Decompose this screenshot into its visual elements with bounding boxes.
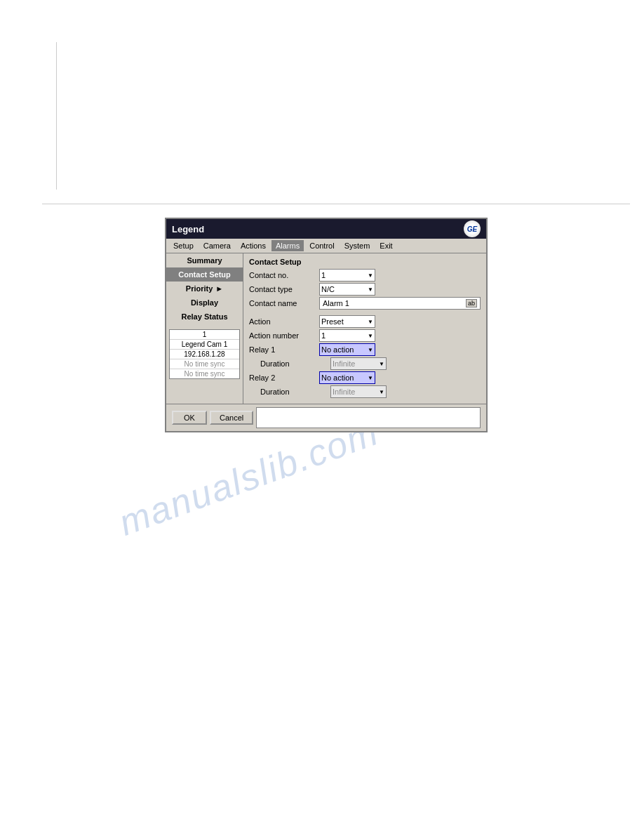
title-bar: Legend GE	[166, 219, 486, 239]
select-relay2[interactable]: No action ▼	[319, 371, 375, 384]
camera-sync1: No time sync	[170, 359, 239, 369]
menu-alarms[interactable]: Alarms	[271, 240, 304, 251]
control-contact-no: 1 ▼	[319, 269, 481, 282]
select-contact-no[interactable]: 1 ▼	[319, 269, 375, 282]
sidebar-item-priority-label: Priority	[186, 284, 213, 293]
sidebar-item-relay-status[interactable]: Relay Status	[166, 310, 243, 324]
menu-exit[interactable]: Exit	[375, 240, 396, 251]
select-relay2-arrow: ▼	[368, 375, 373, 381]
sidebar: Summary Contact Setup Priority ► Display…	[166, 253, 243, 404]
label-contact-name: Contact name	[249, 299, 319, 307]
form-row-contact-type: Contact type N/C ▼	[249, 283, 481, 296]
label-action: Action	[249, 317, 319, 326]
select-contact-type-arrow: ▼	[368, 286, 373, 293]
select-relay2-duration-value: Infinite	[333, 388, 377, 396]
select-action-number-value: 1	[321, 331, 366, 340]
main-panel: Contact Setup Contact no. 1 ▼ Contact ty…	[243, 253, 486, 404]
select-action-value: Preset	[321, 317, 366, 326]
menu-bar: Setup Camera Actions Alarms Control Syst…	[166, 239, 486, 253]
form-row-action-number: Action number 1 ▼	[249, 329, 481, 342]
select-relay2-duration-arrow: ▼	[379, 389, 384, 395]
sidebar-item-priority[interactable]: Priority ►	[166, 282, 243, 296]
select-relay1-duration-value: Infinite	[333, 359, 377, 368]
input-contact-name[interactable]: Alarm 1 ab	[319, 297, 481, 310]
button-right-area	[256, 407, 481, 428]
form-row-relay2: Relay 2 No action ▼	[249, 371, 481, 384]
form-row-contact-no: Contact no. 1 ▼	[249, 269, 481, 282]
select-contact-type-value: N/C	[321, 285, 366, 293]
select-action-arrow: ▼	[368, 319, 373, 325]
sidebar-item-contact-setup[interactable]: Contact Setup	[166, 267, 243, 282]
select-relay1-duration-arrow: ▼	[379, 361, 384, 367]
select-relay1-value: No action	[321, 345, 366, 354]
sidebar-item-summary[interactable]: Summary	[166, 253, 243, 267]
select-contact-no-value: 1	[321, 271, 366, 279]
ok-button[interactable]: OK	[172, 411, 207, 425]
ab-button[interactable]: ab	[466, 299, 477, 307]
page: manualslib.com Legend GE Setup Camera Ac…	[0, 0, 644, 834]
control-relay1: No action ▼	[319, 343, 481, 356]
control-action-number: 1 ▼	[319, 329, 481, 342]
control-relay2-duration: Infinite ▼	[330, 385, 481, 398]
select-relay2-duration[interactable]: Infinite ▼	[330, 385, 387, 398]
form-row-relay1: Relay 1 No action ▼	[249, 343, 481, 356]
camera-ip: 192.168.1.28	[170, 350, 239, 359]
select-relay1-arrow: ▼	[368, 347, 373, 353]
control-relay2: No action ▼	[319, 371, 481, 384]
select-contact-type[interactable]: N/C ▼	[319, 283, 375, 296]
form-row-action: Action Preset ▼	[249, 315, 481, 328]
menu-setup[interactable]: Setup	[169, 240, 198, 251]
input-contact-name-value: Alarm 1	[323, 299, 349, 307]
select-relay2-value: No action	[321, 373, 366, 382]
form-row-relay2-duration: Duration Infinite ▼	[249, 385, 481, 398]
cancel-button[interactable]: Cancel	[210, 411, 253, 425]
select-relay1-duration[interactable]: Infinite ▼	[330, 357, 387, 370]
control-action: Preset ▼	[319, 315, 481, 328]
control-contact-name: Alarm 1 ab	[319, 297, 481, 310]
select-action[interactable]: Preset ▼	[319, 315, 375, 328]
sidebar-item-display[interactable]: Display	[166, 296, 243, 310]
label-contact-no: Contact no.	[249, 271, 319, 279]
button-area: OK Cancel	[166, 404, 486, 431]
left-rule	[56, 42, 57, 190]
select-action-number[interactable]: 1 ▼	[319, 329, 375, 342]
camera-name: Legend Cam 1	[170, 340, 239, 350]
section-title: Contact Setup	[249, 258, 481, 266]
label-contact-type: Contact type	[249, 285, 319, 293]
select-contact-no-arrow: ▼	[368, 272, 373, 279]
control-contact-type: N/C ▼	[319, 283, 481, 296]
control-relay1-duration: Infinite ▼	[330, 357, 481, 370]
menu-actions[interactable]: Actions	[236, 240, 270, 251]
label-relay2-duration: Duration	[260, 388, 330, 396]
label-action-number: Action number	[249, 331, 319, 340]
menu-control[interactable]: Control	[305, 240, 338, 251]
label-relay1: Relay 1	[249, 345, 319, 354]
app-window: Legend GE Setup Camera Actions Alarms Co…	[165, 218, 488, 432]
form-row-contact-name: Contact name Alarm 1 ab	[249, 297, 481, 310]
top-rule	[42, 204, 630, 204]
camera-sync2: No time sync	[170, 369, 239, 378]
form-row-relay1-duration: Duration Infinite ▼	[249, 357, 481, 370]
select-action-number-arrow: ▼	[368, 333, 373, 339]
priority-arrow-icon: ►	[215, 284, 223, 293]
ge-logo: GE	[464, 220, 481, 237]
camera-info-box: 1 Legend Cam 1 192.168.1.28 No time sync…	[169, 329, 240, 379]
content-area: Summary Contact Setup Priority ► Display…	[166, 253, 486, 404]
select-relay1[interactable]: No action ▼	[319, 343, 375, 356]
menu-system[interactable]: System	[340, 240, 375, 251]
label-relay2: Relay 2	[249, 373, 319, 382]
app-title: Legend	[172, 224, 204, 234]
camera-number: 1	[170, 330, 239, 340]
label-relay1-duration: Duration	[260, 359, 330, 368]
menu-camera[interactable]: Camera	[199, 240, 235, 251]
